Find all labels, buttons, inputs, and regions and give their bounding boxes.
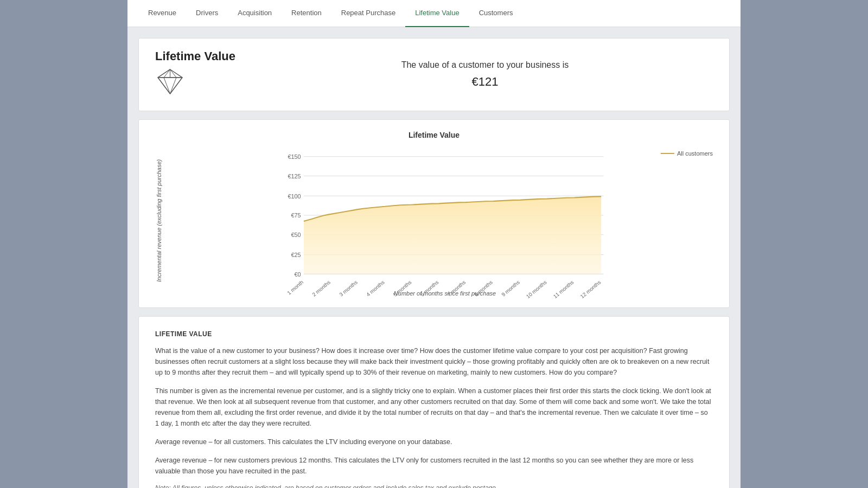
section-heading: LIFETIME VALUE <box>155 330 713 338</box>
page-wrapper: Revenue Drivers Acquisition Retention Re… <box>0 0 868 488</box>
page-title: Lifetime Value <box>155 49 235 63</box>
svg-text:€125: €125 <box>288 173 301 179</box>
text-paragraph-2: This number is given as the incremental … <box>155 386 713 429</box>
svg-text:€75: €75 <box>291 212 301 219</box>
note-text: Note: All figures, unless otherwise indi… <box>155 484 713 488</box>
svg-text:€100: €100 <box>288 193 301 200</box>
text-paragraph-4: Average revenue – for new customers prev… <box>155 455 713 477</box>
svg-marker-5 <box>170 78 183 94</box>
svg-marker-4 <box>158 78 170 94</box>
text-paragraph-1: What is the value of a new customer to y… <box>155 345 713 378</box>
nav-item-lifetime-value[interactable]: Lifetime Value <box>405 0 469 27</box>
chart-card: Lifetime Value Incremental revenue (excl… <box>138 119 730 308</box>
header-right: The value of a customer to your business… <box>257 58 713 91</box>
chart-title: Lifetime Value <box>155 131 713 139</box>
legend-line <box>661 153 674 154</box>
y-axis-label: Incremental revenue (excluding first pur… <box>155 145 171 297</box>
nav-item-repeat-purchase[interactable]: Repeat Purchase <box>331 0 405 27</box>
nav-item-revenue[interactable]: Revenue <box>138 0 186 27</box>
svg-text:€25: €25 <box>291 252 301 258</box>
nav-item-retention[interactable]: Retention <box>282 0 331 27</box>
chart-legend: All customers <box>661 150 713 157</box>
ltv-value: €121 <box>257 72 713 91</box>
header-left: Lifetime Value <box>155 49 235 100</box>
header-subtitle: The value of a customer to your business… <box>257 58 713 72</box>
svg-marker-2 <box>170 69 177 78</box>
svg-text:€150: €150 <box>288 153 301 160</box>
nav-item-acquisition[interactable]: Acquisition <box>228 0 282 27</box>
legend-label: All customers <box>677 150 713 157</box>
top-nav: Revenue Drivers Acquisition Retention Re… <box>127 0 741 27</box>
diamond-icon <box>155 67 185 100</box>
svg-marker-1 <box>164 69 170 78</box>
chart-wrapper: Incremental revenue (excluding first pur… <box>155 145 713 297</box>
x-axis-label: Number of months since first purchase <box>177 290 713 297</box>
header-card: Lifetime Value The value of a cust <box>138 38 730 111</box>
chart-svg: €0 €25 €50 €75 €100 €125 €150 <box>177 145 713 286</box>
text-card: LIFETIME VALUE What is the value of a ne… <box>138 316 730 488</box>
svg-text:€0: €0 <box>295 271 301 278</box>
text-paragraph-3: Average revenue – for all customers. Thi… <box>155 436 713 447</box>
nav-item-customers[interactable]: Customers <box>469 0 523 27</box>
main-container: Revenue Drivers Acquisition Retention Re… <box>127 0 741 488</box>
content-area: Lifetime Value The value of a cust <box>127 27 741 488</box>
chart-inner: All customers <box>177 145 713 297</box>
svg-text:€50: €50 <box>291 232 301 238</box>
nav-item-drivers[interactable]: Drivers <box>186 0 228 27</box>
